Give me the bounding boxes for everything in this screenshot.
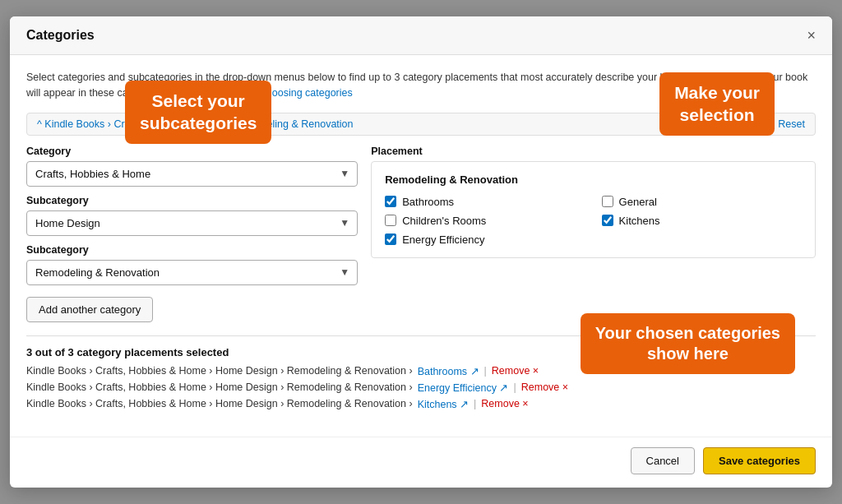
checkbox-kitchens[interactable]: Kitchens bbox=[602, 215, 802, 227]
checkbox-kitchens-label: Kitchens bbox=[619, 215, 660, 227]
subcategory1-label: Subcategory bbox=[26, 195, 358, 206]
breadcrumb-text[interactable]: ^ Kindle Books › Crafts, Hobbies & Home … bbox=[37, 118, 354, 130]
remove-button-energy[interactable]: Remove × bbox=[521, 381, 568, 393]
right-column: Placement Remodeling & Renovation Bathro… bbox=[371, 146, 816, 285]
checkbox-kitchens-input[interactable] bbox=[602, 215, 613, 226]
subcategory1-select[interactable]: Home Design bbox=[26, 210, 358, 236]
checkbox-general-label: General bbox=[619, 196, 657, 208]
placement-row-energy-path: Kindle Books › Crafts, Hobbies & Home › … bbox=[26, 381, 413, 393]
modal-body: Select categories and subcategories in t… bbox=[10, 55, 832, 437]
tips-link[interactable]: Tips for choosing categories bbox=[224, 87, 353, 99]
placement-row-kitchens-path: Kindle Books › Crafts, Hobbies & Home › … bbox=[26, 398, 413, 409]
placement-title: Remodeling & Renovation bbox=[385, 173, 802, 186]
checkbox-general[interactable]: General bbox=[602, 196, 802, 208]
placement-link-energy[interactable]: Energy Efficiency ↗ bbox=[418, 381, 509, 394]
checkbox-childrens-rooms-input[interactable] bbox=[385, 215, 396, 226]
save-button[interactable]: Save categories bbox=[703, 447, 816, 474]
checkbox-bathrooms-label: Bathrooms bbox=[402, 196, 454, 208]
remove-button-bathrooms[interactable]: Remove × bbox=[492, 365, 539, 377]
checkbox-energy-efficiency-label: Energy Efficiency bbox=[402, 234, 484, 246]
placement-row-energy: Kindle Books › Crafts, Hobbies & Home › … bbox=[26, 381, 816, 394]
subcategory2-select-wrapper: Remodeling & Renovation ▼ bbox=[26, 260, 358, 285]
cancel-button[interactable]: Cancel bbox=[631, 447, 695, 474]
placement-sep-1: | bbox=[484, 365, 487, 377]
placement-row-bathrooms: Kindle Books › Crafts, Hobbies & Home › … bbox=[26, 365, 816, 377]
checkboxes-grid: Bathrooms General Children's Rooms bbox=[385, 196, 802, 246]
placement-row-kitchens: Kindle Books › Crafts, Hobbies & Home › … bbox=[26, 398, 816, 410]
add-category-button[interactable]: Add another category bbox=[26, 297, 153, 322]
subcategory2-label: Subcategory bbox=[26, 244, 358, 256]
placement-link-bathrooms[interactable]: Bathrooms ↗ bbox=[418, 365, 479, 377]
checkbox-energy-efficiency[interactable]: Energy Efficiency bbox=[385, 234, 585, 246]
placement-label: Placement bbox=[371, 146, 816, 157]
checkbox-bathrooms[interactable]: Bathrooms bbox=[385, 196, 585, 208]
placements-section: 3 out of 3 category placements selected … bbox=[26, 335, 816, 410]
placements-count: 3 out of 3 category placements selected bbox=[26, 346, 816, 358]
category-select-wrapper: Crafts, Hobbies & Home ▼ bbox=[26, 161, 358, 187]
subcategory2-select[interactable]: Remodeling & Renovation bbox=[26, 260, 358, 285]
left-column: Category Crafts, Hobbies & Home ▼ Subcat… bbox=[26, 146, 358, 285]
checkbox-bathrooms-input[interactable] bbox=[385, 196, 396, 207]
reset-button[interactable]: Reset bbox=[778, 118, 805, 130]
placement-sep-2: | bbox=[513, 381, 516, 393]
placement-row-bathrooms-path: Kindle Books › Crafts, Hobbies & Home › … bbox=[26, 365, 413, 377]
checkbox-energy-efficiency-input[interactable] bbox=[385, 234, 396, 245]
checkbox-childrens-rooms[interactable]: Children's Rooms bbox=[385, 215, 585, 227]
columns-layout: Category Crafts, Hobbies & Home ▼ Subcat… bbox=[26, 146, 816, 285]
close-button[interactable]: × bbox=[807, 28, 816, 43]
description-text: Select categories and subcategories in t… bbox=[26, 70, 816, 101]
modal-overlay: Select your subcategories Make your sele… bbox=[0, 0, 842, 504]
breadcrumb-bar: ^ Kindle Books › Crafts, Hobbies & Home … bbox=[26, 113, 816, 136]
modal-title: Categories bbox=[26, 28, 95, 43]
checkbox-general-input[interactable] bbox=[602, 196, 613, 207]
category-select[interactable]: Crafts, Hobbies & Home bbox=[26, 161, 358, 187]
placement-sep-3: | bbox=[474, 398, 476, 409]
placement-box: Remodeling & Renovation Bathrooms Genera… bbox=[371, 161, 816, 258]
modal-footer: Cancel Save categories bbox=[10, 437, 832, 488]
placement-link-kitchens[interactable]: Kitchens ↗ bbox=[418, 398, 469, 410]
remove-button-kitchens[interactable]: Remove × bbox=[481, 398, 528, 409]
category-label: Category bbox=[26, 146, 358, 157]
checkbox-childrens-rooms-label: Children's Rooms bbox=[402, 215, 486, 227]
categories-modal: Select your subcategories Make your sele… bbox=[10, 16, 832, 488]
modal-header: Categories × bbox=[10, 16, 832, 55]
subcategory1-select-wrapper: Home Design ▼ bbox=[26, 210, 358, 236]
